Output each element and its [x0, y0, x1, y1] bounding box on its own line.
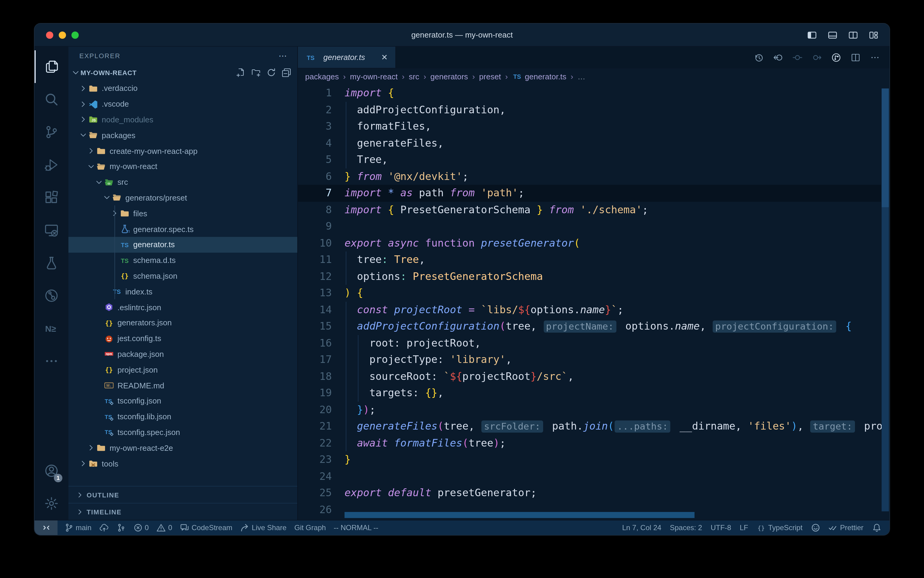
- tree-item--eslintrc-json[interactable]: .eslintrc.json: [68, 299, 297, 315]
- code-editor[interactable]: 1import {2 addProjectConfiguration,3 for…: [298, 84, 890, 520]
- split-editor-button-icon[interactable]: [850, 52, 861, 62]
- new-folder-button[interactable]: [251, 68, 261, 78]
- errors-count[interactable]: 0: [133, 523, 149, 532]
- tree-item-generator-spec-ts[interactable]: TSgenerator.spec.ts: [68, 221, 297, 237]
- code-line-3[interactable]: 3 formatFiles,: [298, 118, 881, 135]
- tree-item-jest-config-ts[interactable]: jest.config.ts: [68, 331, 297, 347]
- tab-close-icon[interactable]: ✕: [380, 53, 389, 62]
- timeline-history-button-icon[interactable]: [753, 52, 764, 62]
- encoding[interactable]: UTF-8: [710, 523, 731, 532]
- code-line-20[interactable]: 20 });: [298, 401, 881, 418]
- more-actions-button-icon[interactable]: [869, 52, 880, 62]
- activity-extensions[interactable]: [34, 181, 68, 214]
- code-line-24[interactable]: 24: [298, 468, 881, 485]
- code-line-14[interactable]: 14 const projectRoot = `libs/${options.n…: [298, 301, 881, 318]
- navigate-back-button-icon[interactable]: [773, 52, 783, 62]
- tree-item--verdaccio[interactable]: .verdaccio: [68, 81, 297, 96]
- tree-item-tsconfig-spec-json[interactable]: TStsconfig.spec.json: [68, 424, 297, 440]
- tree-item-generators-json[interactable]: {}generators.json: [68, 315, 297, 331]
- tree-item-schema-d-ts[interactable]: TSschema.d.ts: [68, 253, 297, 268]
- tree-item-tsconfig-lib-json[interactable]: TStsconfig.lib.json: [68, 409, 297, 424]
- breadcrumb-item-preset[interactable]: preset: [479, 72, 501, 81]
- remote-indicator[interactable]: [34, 520, 58, 535]
- code-line-1[interactable]: 1import {: [298, 85, 881, 101]
- activity-nx-console[interactable]: N≥: [34, 312, 68, 345]
- code-line-21[interactable]: 21 generateFiles(tree, srcFolder: path.j…: [298, 418, 881, 435]
- eol-indicator[interactable]: LF: [740, 523, 748, 532]
- tree-item-schema-json[interactable]: {}schema.json: [68, 268, 297, 284]
- code-line-18[interactable]: 18 sourceRoot: `${projectRoot}/src`,: [298, 368, 881, 385]
- code-line-2[interactable]: 2 addProjectConfiguration,: [298, 101, 881, 118]
- tree-item-node-modules[interactable]: JSnode_modules: [68, 112, 297, 128]
- vertical-scrollbar[interactable]: [881, 84, 890, 520]
- breadcrumb-item-generator-ts[interactable]: TSgenerator.ts: [512, 71, 566, 81]
- horizontal-scrollbar[interactable]: [345, 512, 694, 518]
- tab-generator-ts[interactable]: TS generator.ts ✕: [298, 47, 396, 68]
- code-line-12[interactable]: 12 options: PresetGeneratorSchema: [298, 268, 881, 285]
- code-line-5[interactable]: 5 Tree,: [298, 151, 881, 168]
- code-line-22[interactable]: 22 await formatFiles(tree);: [298, 435, 881, 451]
- notifications-bell[interactable]: [872, 523, 881, 532]
- codestream-button[interactable]: CodeStream: [180, 523, 233, 532]
- breadcrumb-item-packages[interactable]: packages: [305, 72, 339, 81]
- customize-layout-button-icon[interactable]: [868, 30, 879, 40]
- activity-source-control[interactable]: [34, 116, 68, 148]
- git-graph-button[interactable]: Git Graph: [294, 523, 326, 532]
- zoom-button[interactable]: [71, 31, 79, 39]
- tree-item-package-json[interactable]: npmpackage.json: [68, 346, 297, 362]
- tree-item-readme-md[interactable]: M↓README.md: [68, 377, 297, 393]
- code-line-19[interactable]: 19 targets: {},: [298, 385, 881, 401]
- tree-item-src[interactable]: ‹›src: [68, 174, 297, 190]
- code-line-17[interactable]: 17 projectType: 'library',: [298, 351, 881, 368]
- activity-additional-views[interactable]: [34, 345, 68, 377]
- tree-item-generators-preset[interactable]: generators/preset: [68, 190, 297, 206]
- code-line-10[interactable]: 10export async function presetGenerator(: [298, 235, 881, 252]
- live-share-button[interactable]: Live Share: [240, 523, 287, 532]
- collapse-folders-button[interactable]: [282, 68, 291, 78]
- close-button[interactable]: [46, 31, 53, 39]
- toggle-secondary-sidebar-button-icon[interactable]: [848, 30, 858, 40]
- activity-search[interactable]: [34, 83, 68, 116]
- tree-item-project-json[interactable]: {}project.json: [68, 362, 297, 378]
- language-mode[interactable]: {}TypeScript: [757, 523, 802, 532]
- navigate-forward-button-icon[interactable]: [811, 52, 822, 62]
- tree-item--vscode[interactable]: .vscode: [68, 96, 297, 112]
- code-line-9[interactable]: 9: [298, 218, 881, 235]
- activity-run-and-debug[interactable]: [34, 148, 68, 181]
- tree-item-tsconfig-json[interactable]: TStsconfig.json: [68, 393, 297, 409]
- tree-item-packages[interactable]: packages: [68, 128, 297, 143]
- indentation[interactable]: Spaces: 2: [670, 523, 702, 532]
- cursor-position[interactable]: Ln 7, Col 24: [622, 523, 661, 532]
- commit-graph-button[interactable]: [116, 523, 125, 532]
- tree-item-my-own-react[interactable]: my-own-react: [68, 159, 297, 174]
- vim-mode-indicator[interactable]: -- NORMAL --: [333, 523, 378, 532]
- code-line-11[interactable]: 11 tree: Tree,: [298, 252, 881, 268]
- refresh-explorer-button[interactable]: [266, 68, 276, 78]
- tree-item-my-own-react-e2e[interactable]: my-own-react-e2e: [68, 440, 297, 456]
- publish-changes-button[interactable]: [99, 523, 108, 532]
- navigate-dash-button-icon[interactable]: [792, 52, 802, 62]
- explorer-more-icon[interactable]: ⋯: [278, 51, 288, 60]
- git-graph-view-button-icon[interactable]: [831, 52, 841, 62]
- activity-remote-explorer[interactable]: [34, 214, 68, 247]
- tree-item-tools[interactable]: tools: [68, 456, 297, 471]
- tree-item-generator-ts[interactable]: TSgenerator.ts: [68, 237, 297, 253]
- toggle-primary-sidebar-button-icon[interactable]: [806, 30, 817, 40]
- feedback-smiley-button[interactable]: [811, 523, 820, 532]
- activity-settings[interactable]: [34, 487, 68, 520]
- activity-accounts[interactable]: 1: [34, 455, 68, 487]
- code-line-15[interactable]: 15 addProjectConfiguration(tree, project…: [298, 318, 881, 335]
- git-branch-status[interactable]: main: [64, 523, 91, 532]
- code-line-6[interactable]: 6} from '@nx/devkit';: [298, 168, 881, 185]
- tree-item-create-my-own-react-app[interactable]: create-my-own-react-app: [68, 143, 297, 159]
- code-line-13[interactable]: 13) {: [298, 285, 881, 301]
- tree-item-files[interactable]: files: [68, 206, 297, 221]
- breadcrumb-item--[interactable]: …: [578, 72, 586, 81]
- code-line-8[interactable]: 8import { PresetGeneratorSchema } from '…: [298, 201, 881, 218]
- activity-explorer[interactable]: [34, 50, 68, 83]
- prettier-formatter[interactable]: Prettier: [829, 523, 863, 532]
- code-line-25[interactable]: 25export default presetGenerator;: [298, 485, 881, 502]
- outline-section[interactable]: OUTLINE: [68, 486, 297, 503]
- minimize-button[interactable]: [59, 31, 66, 39]
- code-line-4[interactable]: 4 generateFiles,: [298, 135, 881, 151]
